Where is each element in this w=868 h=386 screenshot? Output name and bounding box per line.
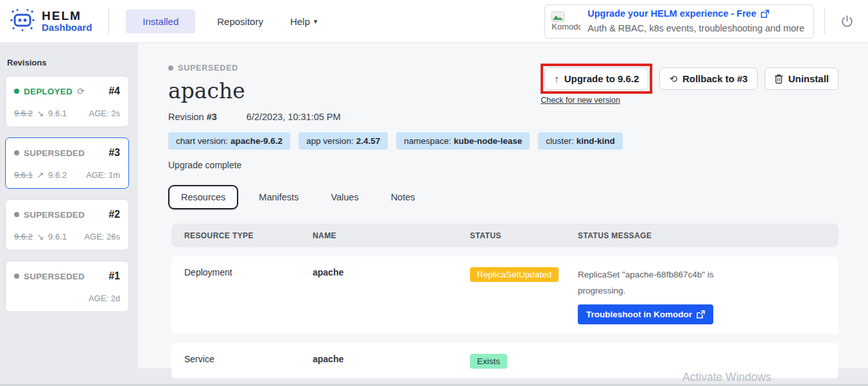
status-message-text: ReplicaSet "apache-68fb867c4b" is progre…: [578, 267, 742, 299]
upgrade-button[interactable]: ↑ Upgrade to 9.6.2: [544, 67, 648, 90]
nav-item-repository[interactable]: Repository: [202, 10, 279, 33]
revision-card-4[interactable]: DEPLOYED ⟳ #4 9.6.2 ↘ 9.6.1 AGE: 2s: [5, 76, 129, 127]
col-resource-type: RESOURCE TYPE: [171, 231, 300, 240]
revision-status: DEPLOYED: [24, 87, 73, 96]
revision-age: AGE: 2d: [89, 294, 120, 303]
uninstall-button[interactable]: Uninstall: [765, 67, 838, 90]
resource-status-cell: ReplicaSetUpdated: [457, 256, 565, 334]
revisions-heading: Revisions: [7, 58, 138, 67]
navbar-divider: [108, 8, 109, 34]
revision-card-2[interactable]: SUPERSEDED #2 9.6.2 ↘ 9.6.1 AGE: 26s: [5, 199, 129, 250]
revision-age: AGE: 2s: [89, 109, 120, 118]
tab-values[interactable]: Values: [319, 186, 370, 208]
status-dot: [168, 66, 173, 71]
release-title: apache: [168, 78, 341, 103]
banner-title-text: Upgrade your HELM experience - Free: [587, 7, 756, 21]
resource-type-cell: Deployment: [171, 256, 300, 334]
col-status: STATUS: [457, 231, 565, 240]
table-header: RESOURCE TYPE NAME STATUS STATUS MESSAGE: [171, 224, 838, 247]
revision-status: SUPERSEDED: [24, 272, 85, 281]
troubleshoot-komodor-button[interactable]: Troubleshoot in Komodor: [578, 304, 713, 324]
nav-item-help[interactable]: Help ▾: [279, 10, 329, 33]
release-actions: ↑ Upgrade to 9.6.2 Check for new version…: [541, 64, 838, 105]
status-dot: [14, 274, 19, 279]
release-detail-panel: SUPERSEDED apache Revision #3 6/2/2023, …: [138, 43, 868, 368]
app-version-chip: app version:2.4.57: [299, 132, 388, 150]
revision-status: SUPERSEDED: [24, 148, 85, 158]
col-status-message: STATUS MESSAGE: [565, 231, 838, 240]
revision-number: #3: [207, 112, 217, 122]
arrow-down-right-icon: ↘: [37, 109, 44, 118]
upgrade-highlight-box: ↑ Upgrade to 9.6.2: [541, 64, 652, 94]
broken-image-icon: [551, 12, 564, 22]
navbar-divider: [824, 8, 825, 34]
help-label: Help: [290, 16, 310, 27]
top-navbar: HELM Dashboard Installed Repository Help…: [0, 0, 868, 43]
release-metadata-chips: chart version:apache-9.6.2 app version:2…: [168, 132, 838, 150]
status-dot: [14, 150, 19, 155]
revision-number: #3: [108, 147, 120, 159]
revision-age: AGE: 1m: [86, 170, 120, 180]
banner-upgrade-link[interactable]: Upgrade your HELM experience - Free: [587, 7, 804, 21]
table-row: Deployment apache ReplicaSetUpdated Repl…: [171, 256, 838, 334]
col-name: NAME: [300, 231, 457, 240]
revisions-sidebar: Revisions DEPLOYED ⟳ #4 9.6.2 ↘ 9.6.1 AG…: [0, 43, 138, 368]
revision-age: AGE: 26s: [84, 232, 120, 241]
status-badge: Exists: [470, 354, 507, 369]
rollback-button-label: Rollback to #3: [682, 73, 748, 84]
cluster-chip: cluster:kind-kind: [538, 132, 623, 150]
revision-card-3[interactable]: SUPERSEDED #3 9.6.1 ↗ 9.6.2 AGE: 1m: [5, 137, 129, 189]
resource-name-cell: apache: [300, 256, 457, 334]
troubleshoot-label: Troubleshoot in Komodor: [586, 310, 692, 319]
detail-tabs: Resources Manifests Values Notes: [168, 185, 838, 209]
revision-datetime: 6/2/2023, 10:31:05 PM: [247, 112, 341, 122]
namespace-chip: namespace:kube-node-lease: [396, 132, 530, 150]
banner-alt-text: Komodor: [551, 22, 581, 31]
nav-item-installed[interactable]: Installed: [126, 10, 195, 33]
status-dot: [14, 212, 19, 217]
release-summary: SUPERSEDED apache Revision #3 6/2/2023, …: [168, 64, 341, 122]
rollback-button[interactable]: ⟲ Rollback to #3: [659, 67, 757, 90]
version-change: 9.6.1 ↗ 9.6.2: [14, 170, 67, 180]
tab-notes[interactable]: Notes: [379, 186, 427, 208]
komodor-promo-banner[interactable]: Komodor Upgrade your HELM experience - F…: [544, 4, 814, 39]
version-change: 9.6.2 ↘ 9.6.1: [14, 232, 67, 241]
arrow-up-right-icon: ↗: [37, 170, 44, 180]
uninstall-button-label: Uninstall: [788, 73, 829, 84]
resources-table: RESOURCE TYPE NAME STATUS STATUS MESSAGE…: [171, 224, 838, 378]
revision-number: #4: [108, 85, 120, 97]
banner-subtitle: Auth & RBAC, k8s events, troubleshooting…: [587, 23, 804, 33]
version-change: 9.6.2 ↘ 9.6.1: [14, 109, 67, 118]
power-icon: [840, 15, 854, 28]
chart-version-chip: chart version:apache-9.6.2: [168, 132, 290, 150]
external-link-icon: [761, 10, 769, 18]
arrow-down-right-icon: ↘: [37, 232, 44, 241]
check-new-version-link[interactable]: Check for new version: [541, 96, 620, 105]
activate-windows-watermark: Activate Windows: [682, 371, 771, 384]
chevron-down-icon: ▾: [314, 17, 318, 26]
reload-icon: ⟳: [77, 86, 85, 96]
arrow-up-icon: ↑: [554, 73, 559, 84]
rollback-icon: ⟲: [669, 73, 677, 85]
tab-manifests[interactable]: Manifests: [247, 186, 310, 208]
upgrade-button-label: Upgrade to 9.6.2: [564, 73, 639, 84]
status-badge: ReplicaSetUpdated: [470, 267, 559, 282]
shutdown-button[interactable]: [835, 12, 859, 31]
revision-card-1[interactable]: SUPERSEDED #1 AGE: 2d: [5, 261, 129, 312]
release-status-label: SUPERSEDED: [178, 64, 238, 73]
revision-info: Revision #3 6/2/2023, 10:31:05 PM: [168, 112, 341, 122]
footer-strip: Activate Windows: [0, 368, 868, 384]
helm-logo-icon: [9, 6, 36, 36]
trash-icon: [774, 74, 783, 84]
logo-text-dashboard: Dashboard: [42, 22, 92, 33]
revision-number: #2: [108, 209, 120, 220]
release-description: Upgrade complete: [168, 160, 838, 170]
logo-text-helm: HELM: [42, 10, 92, 22]
komodor-broken-image: Komodor: [551, 12, 581, 31]
revision-status: SUPERSEDED: [24, 210, 85, 220]
tab-resources[interactable]: Resources: [168, 185, 238, 209]
external-link-icon: [697, 310, 705, 319]
revision-number: #1: [108, 270, 120, 282]
status-dot: [14, 89, 19, 94]
helm-dashboard-logo[interactable]: HELM Dashboard: [9, 6, 92, 36]
